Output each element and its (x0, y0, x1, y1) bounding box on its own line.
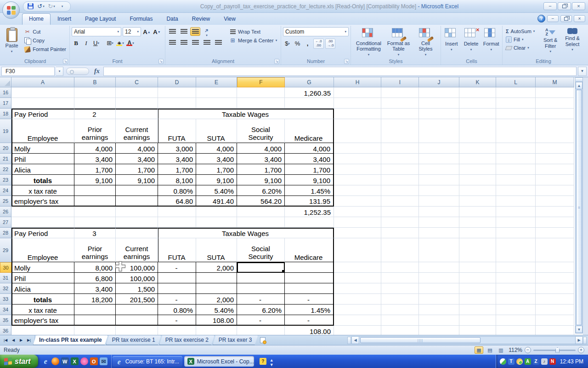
cell-I34[interactable] (381, 305, 419, 315)
cell-H24[interactable] (334, 185, 381, 196)
font-color-caret-icon[interactable]: ▾ (132, 41, 134, 45)
customize-qat-button[interactable]: ▾ (57, 2, 67, 11)
cell-L27[interactable] (496, 217, 536, 228)
cell-A25[interactable]: employer's tax (11, 196, 74, 207)
formula-bar-handle[interactable] (66, 68, 89, 75)
align-left-button[interactable] (167, 38, 177, 47)
cell-B17[interactable] (74, 98, 116, 109)
orientation-button[interactable]: ➔▾ (202, 27, 212, 36)
cell-M20[interactable] (536, 143, 574, 154)
cell-C21[interactable]: 3,400 (116, 154, 158, 164)
vertical-scrollbar[interactable]: ▲ ≡ ▼ (575, 77, 583, 334)
column-header-C[interactable]: C (116, 77, 158, 87)
conditional-formatting-caret-icon[interactable]: ▾ (368, 53, 370, 57)
cell-J34[interactable] (419, 305, 459, 315)
cell-F24[interactable]: 6.20% (237, 185, 285, 196)
cell-E34[interactable]: 5.40% (196, 305, 237, 315)
cell-M16[interactable] (536, 87, 574, 98)
cell-K26[interactable] (459, 207, 496, 217)
cell-L21[interactable] (496, 154, 536, 164)
cell-E19[interactable]: SUTA (196, 119, 237, 143)
cell-H20[interactable] (334, 143, 381, 154)
row-header-25[interactable]: 25 (0, 196, 11, 207)
firefox-icon[interactable] (51, 357, 59, 365)
cell-L26[interactable] (496, 207, 536, 217)
cell-A20[interactable]: Molly (11, 143, 74, 154)
cell-L24[interactable] (496, 185, 536, 196)
cell-A17[interactable] (11, 98, 74, 109)
normal-view-button[interactable]: ▦ (475, 346, 483, 354)
undo-button[interactable]: ↺▾ (36, 2, 45, 11)
cell-E29[interactable]: SUTA (196, 238, 237, 262)
cell-F16[interactable] (237, 87, 285, 98)
format-as-table-caret-icon[interactable]: ▾ (398, 53, 400, 57)
cell-L28[interactable] (496, 228, 536, 238)
fill-color-caret-icon[interactable]: ▾ (122, 41, 124, 45)
cell-E36[interactable] (196, 326, 237, 335)
cell-D28[interactable]: Taxable Wages (158, 228, 334, 238)
cell-K23[interactable] (459, 175, 496, 185)
cell-K25[interactable] (459, 196, 496, 207)
formula-input[interactable] (103, 67, 577, 76)
cell-A27[interactable] (11, 217, 74, 228)
row-header-18[interactable]: 18 (0, 109, 11, 119)
cell-A24[interactable]: x tax rate (11, 185, 74, 196)
cell-B27[interactable] (74, 217, 116, 228)
percent-style-button[interactable]: % (293, 39, 302, 48)
fill-caret-icon[interactable]: ▾ (522, 38, 524, 41)
ribbon-tab-page-layout[interactable]: Page Layout (78, 13, 123, 25)
cell-F36[interactable] (237, 326, 285, 335)
cell-H30[interactable] (334, 262, 381, 273)
cell-G32[interactable] (285, 283, 334, 294)
cell-M23[interactable] (536, 175, 574, 185)
increase-decimal-button[interactable]: ←.0.00 (313, 39, 324, 49)
scroll-down-button[interactable]: ▼ (576, 326, 582, 333)
security-icon[interactable] (516, 358, 523, 365)
format-as-table-button[interactable]: Format as Table ▾ (385, 27, 412, 58)
expand-formula-bar-button[interactable]: ▼ (578, 67, 587, 76)
cell-C18[interactable] (116, 109, 158, 119)
cell-K19[interactable] (459, 119, 496, 143)
cell-C25[interactable] (116, 196, 158, 207)
cell-B26[interactable] (74, 207, 116, 217)
cell-I27[interactable] (381, 217, 419, 228)
scroll-left-button[interactable]: ◀ (351, 336, 359, 344)
column-header-K[interactable]: K (459, 77, 496, 87)
cell-D20[interactable]: 3,000 (158, 143, 196, 154)
cell-H17[interactable] (334, 98, 381, 109)
paste-button[interactable]: Paste ▾ (3, 27, 21, 58)
cell-M21[interactable] (536, 154, 574, 164)
cell-C17[interactable] (116, 98, 158, 109)
cell-C35[interactable] (116, 315, 158, 326)
cell-G31[interactable] (285, 273, 334, 283)
cell-H19[interactable] (334, 119, 381, 143)
cell-D21[interactable]: 3,400 (158, 154, 196, 164)
align-top-button[interactable] (167, 27, 177, 36)
excel-icon[interactable]: X (71, 357, 79, 365)
cell-L36[interactable] (496, 326, 536, 335)
cell-J26[interactable] (419, 207, 459, 217)
cell-G30[interactable] (285, 262, 334, 273)
cell-K17[interactable] (459, 98, 496, 109)
cell-E24[interactable]: 5.40% (196, 185, 237, 196)
cell-L35[interactable] (496, 315, 536, 326)
cell-L31[interactable] (496, 273, 536, 283)
office-button[interactable] (2, 1, 20, 19)
cell-K33[interactable] (459, 294, 496, 305)
cell-I29[interactable] (381, 238, 419, 262)
cell-G26[interactable]: 1,252.35 (285, 207, 334, 217)
cell-M25[interactable] (536, 196, 574, 207)
last-sheet-button[interactable]: ▶| (25, 337, 33, 344)
cell-A36[interactable] (11, 326, 74, 335)
cell-D27[interactable] (158, 217, 196, 228)
cell-F29[interactable]: Social Security (237, 238, 285, 262)
cell-K20[interactable] (459, 143, 496, 154)
ribbon-tab-insert[interactable]: Insert (51, 13, 78, 25)
row-header-32[interactable]: 32 (0, 283, 11, 294)
cell-F22[interactable]: 1,700 (237, 164, 285, 175)
borders-button[interactable]: ⊞▾ (106, 39, 114, 47)
ie-icon[interactable]: e (42, 357, 50, 365)
cell-J29[interactable] (419, 238, 459, 262)
cell-C24[interactable] (116, 185, 158, 196)
decrease-indent-button[interactable] (202, 38, 212, 47)
